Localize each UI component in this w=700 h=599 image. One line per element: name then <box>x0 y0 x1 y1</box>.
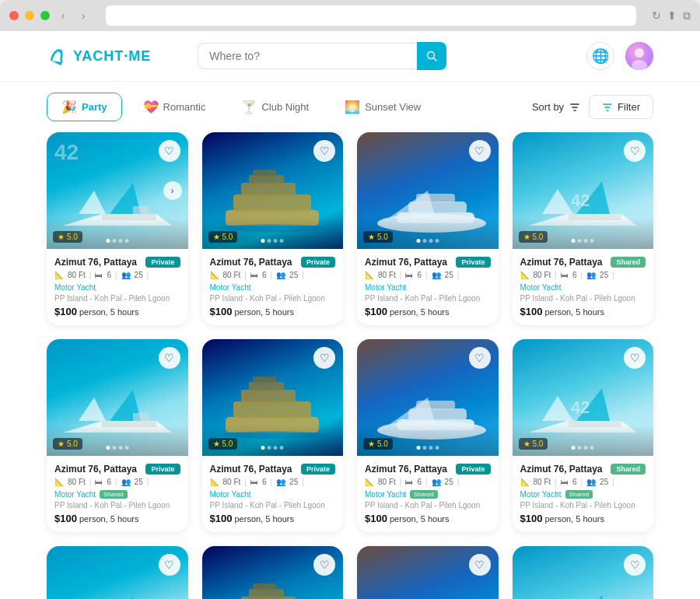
card[interactable]: ♡ ★ 5.0 Azimut 76, Pattaya Private 📐 80 … <box>202 339 344 532</box>
dot-1 <box>416 239 420 243</box>
card-badge: Private <box>301 464 335 475</box>
close-button[interactable] <box>9 11 19 20</box>
card-price: $100 person, 5 hours <box>54 513 180 524</box>
share-icon[interactable]: ⬆ <box>667 9 677 23</box>
card-body: Azimut 76, Pattaya Shared 📐 80 Ft | 🛏 6 … <box>513 456 654 532</box>
dot-3 <box>429 239 432 243</box>
dot-1 <box>261 446 265 450</box>
card-title-row: Azimut 76, Pattaya Private <box>210 257 336 268</box>
avatar-image <box>625 42 653 70</box>
card-specs: 📐 80 Ft | 🛏 6 | 👥 25 | Motor Yacht Share… <box>365 478 491 499</box>
card-image-container: 42 ♡ ★ 5.0 <box>513 132 654 249</box>
favorite-button[interactable]: ♡ <box>469 554 491 576</box>
category-icon-club-night: 🍸 <box>241 100 257 114</box>
image-dots <box>572 239 594 243</box>
card[interactable]: ♡ ★ 5.0 Azimut 76, Pattaya Private 📐 80 … <box>202 546 344 599</box>
favorite-button[interactable]: ♡ <box>624 554 646 576</box>
category-tab-party[interactable]: 🎉Party <box>47 93 122 121</box>
browser-window: ‹ › ↻ ⬆ ⧉ YACHT·ME <box>0 0 700 599</box>
card[interactable]: 42 ♡ ★ 5.0 Azimut 76, Pattaya Shared <box>513 339 654 532</box>
guest-icon: 👥 <box>276 478 285 486</box>
favorite-button[interactable]: ♡ <box>159 554 180 576</box>
card[interactable]: ♡ ★ 5.0 Azimut 76, Pattaya Private 📐 80 … <box>47 339 188 532</box>
logo[interactable]: YACHT·ME <box>47 45 151 67</box>
price-value: $100 <box>210 513 233 524</box>
dot-3 <box>584 446 588 450</box>
yacht-type: Motor Yacht <box>520 490 562 499</box>
price-suffix: person, 5 hours <box>234 514 293 524</box>
price-value: $100 <box>365 306 387 317</box>
card-specs: 📐 80 Ft | 🛏 6 | 👥 25 | Motor Yacht <box>365 271 491 292</box>
favorite-button[interactable]: ♡ <box>469 347 491 369</box>
card[interactable]: ♡ ★ 5.0 Azimut 76, Pattaya Private 📐 80 … <box>357 339 499 532</box>
card-specs: 📐 80 Ft | 🛏 6 | 👥 25 | Motor Yacht Share… <box>520 478 646 499</box>
forward-button[interactable]: › <box>76 9 90 23</box>
sort-by-button[interactable]: Sort by <box>532 101 581 114</box>
tab-icon[interactable]: ⧉ <box>683 9 691 23</box>
minimize-button[interactable] <box>25 11 34 20</box>
card[interactable]: 42 ♡ ★ 5.0 Azimut 76, Pattaya Shared <box>513 132 654 325</box>
category-tab-club-night[interactable]: 🍸Club Night <box>226 93 324 121</box>
card-nav-arrow[interactable]: › <box>163 181 182 200</box>
cabin-icon: 🛏 <box>250 271 258 279</box>
refresh-icon[interactable]: ↻ <box>652 9 661 23</box>
card-specs: 📐 80 Ft | 🛏 6 | 👥 25 | Motor Yacht Share… <box>54 478 180 499</box>
card-price: $100 person, 5 hours <box>365 306 491 317</box>
card[interactable]: ♡ ★ 5.0 Azimut 76, Pattaya Private 📐 80 … <box>357 132 499 325</box>
category-tab-romantic[interactable]: 💝Romantic <box>128 93 221 121</box>
browser-titlebar: ‹ › ↻ ⬆ ⧉ <box>0 0 700 31</box>
card-route: PP Island - Koh Pal - Pileh Lgoon <box>365 294 491 303</box>
card[interactable]: 42 ♡ ★ 5.0 › Azimut 76, Pattaya Private … <box>47 132 188 325</box>
cabins-value: 6 <box>417 478 422 486</box>
language-button[interactable]: 🌐 <box>586 42 614 70</box>
ruler-icon: 📐 <box>520 478 530 486</box>
logo-text: YACHT·ME <box>73 48 151 65</box>
cabin-icon: 🛏 <box>561 478 569 486</box>
logo-icon <box>47 45 68 67</box>
favorite-button[interactable]: ♡ <box>159 347 180 369</box>
card-badge: Private <box>456 257 490 268</box>
card-route: PP Island - Koh Pal - Pileh Lgoon <box>210 294 336 303</box>
maximize-button[interactable] <box>40 11 50 20</box>
favorite-button[interactable]: ♡ <box>624 140 646 162</box>
address-bar[interactable] <box>106 5 636 26</box>
ruler-icon: 📐 <box>365 271 374 279</box>
ruler-icon: 📐 <box>54 271 64 279</box>
favorite-button[interactable]: ♡ <box>624 347 646 369</box>
category-tab-sunset-view[interactable]: 🌅Sunset View <box>330 93 436 121</box>
card-title: Azimut 76, Pattaya <box>210 257 292 268</box>
dot-4 <box>280 446 284 450</box>
back-button[interactable]: ‹ <box>56 9 70 23</box>
card-image-container: ♡ ★ 5.0 <box>202 339 344 456</box>
yacht-type: Motor Yacht <box>365 490 406 499</box>
category-icon-romantic: 💝 <box>143 100 159 114</box>
card[interactable]: ♡ ★ 5.0 Azimut 76, Pattaya Private 📐 80 … <box>47 546 188 599</box>
card[interactable]: ♡ ★ 5.0 Azimut 76, Pattaya Private 📐 80 … <box>202 132 344 325</box>
card-price: $100 person, 5 hours <box>520 513 646 524</box>
avatar[interactable] <box>625 42 653 70</box>
svg-marker-41 <box>389 398 436 425</box>
card-image-container: ♡ ★ 5.0 <box>47 339 188 456</box>
card[interactable]: ♡ ★ 5.0 Azimut 76, Pattaya Private 📐 80 … <box>357 546 499 599</box>
price-suffix: person, 5 hours <box>544 307 604 317</box>
star-icon: ★ <box>58 440 65 448</box>
favorite-button[interactable]: ♡ <box>159 140 180 162</box>
search-button[interactable] <box>417 42 446 70</box>
favorite-button[interactable]: ♡ <box>469 140 491 162</box>
favorite-button[interactable]: ♡ <box>313 347 335 369</box>
search-input[interactable] <box>198 43 417 69</box>
filter-label: Filter <box>618 101 640 113</box>
favorite-button[interactable]: ♡ <box>313 554 335 576</box>
dot-4 <box>280 239 284 243</box>
filter-button[interactable]: Filter <box>589 95 653 119</box>
guest-icon: 👥 <box>432 271 441 279</box>
card-rating: ★ 5.0 <box>363 438 393 450</box>
favorite-button[interactable]: ♡ <box>313 140 335 162</box>
card-body: Azimut 76, Pattaya Private 📐 80 Ft | 🛏 6… <box>357 249 499 325</box>
price-value: $100 <box>210 306 233 317</box>
card-specs: 📐 80 Ft | 🛏 6 | 👥 25 | Motor Yacht <box>210 478 336 499</box>
svg-rect-56 <box>253 583 276 590</box>
ft-value: 80 Ft <box>223 271 241 279</box>
price-value: $100 <box>520 306 543 317</box>
card[interactable]: 42 ♡ ★ 5.0 Azimut 76, Pattaya Shared <box>513 546 654 599</box>
